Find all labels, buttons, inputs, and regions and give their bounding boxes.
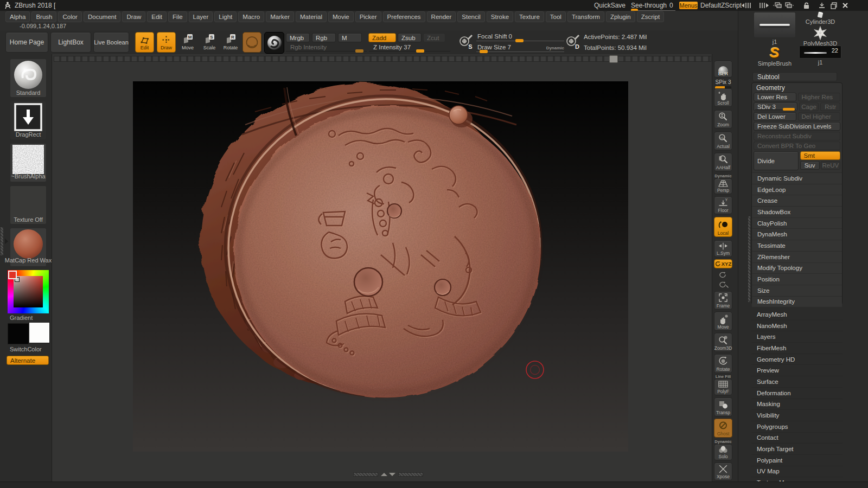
sdiv-handle[interactable] — [783, 108, 795, 111]
subsection-crease[interactable]: Crease — [752, 195, 842, 207]
subsection-dynamesh[interactable]: DynaMesh — [752, 229, 842, 240]
quicksave-button[interactable]: QuickSave — [594, 2, 626, 9]
left-tray-scrollbar[interactable] — [0, 227, 4, 256]
section-uv-map[interactable]: UV Map — [751, 466, 843, 478]
subsection-tessimate[interactable]: Tessimate — [752, 240, 842, 252]
m-button[interactable]: M — [338, 33, 362, 42]
subsection-zremesher[interactable]: ZRemesher — [752, 252, 842, 263]
bottom-divider-grip-left[interactable] — [353, 472, 378, 477]
material-picker[interactable]: MatCap Red Wax — [10, 228, 47, 267]
draw-mode-button[interactable]: Draw — [157, 32, 176, 53]
shelf-move-button[interactable]: Move — [714, 312, 732, 331]
suv-toggle[interactable]: Suv — [800, 161, 820, 170]
menu-tool[interactable]: Tool — [546, 11, 566, 22]
shelf-xyz-button[interactable]: XYZ — [714, 259, 732, 268]
lower-res-button[interactable]: Lower Res — [754, 93, 796, 101]
home-page-button[interactable]: Home Page — [5, 32, 48, 53]
shelf-transp-button[interactable]: Transp — [714, 397, 732, 416]
shelf-bpr-button[interactable]: BPR — [714, 61, 732, 78]
polymesh-quick-thumb[interactable] — [799, 26, 841, 40]
del-lower-button[interactable]: Del Lower — [754, 112, 796, 121]
live-boolean-button[interactable]: Live Boolean — [93, 32, 129, 53]
menu-stencil[interactable]: Stencil — [457, 11, 485, 22]
menu-material[interactable]: Material — [296, 11, 327, 22]
shelf-xpose-button[interactable]: Xpose — [714, 463, 732, 480]
shelf-rotate-y-button[interactable] — [717, 270, 730, 279]
scale-mode-button[interactable]: S Scale — [201, 33, 218, 53]
color-sv-square[interactable] — [14, 276, 43, 307]
switchcolor-label[interactable]: SwitchColor — [8, 346, 51, 352]
menu-render[interactable]: Render — [427, 11, 456, 22]
geometry-section-header[interactable]: Geometry — [752, 83, 842, 92]
close-icon[interactable] — [842, 2, 848, 9]
divider-collapse-up-icon[interactable] — [381, 473, 387, 476]
menu-brush[interactable]: Brush — [31, 11, 56, 22]
left-tray-collapse-arrow[interactable] — [5, 239, 8, 244]
rgb-button[interactable]: Rgb — [312, 33, 336, 42]
section-geometry-hd[interactable]: Geometry HD — [751, 354, 843, 365]
defaultzscript-button[interactable]: DefaultZScript — [700, 2, 742, 9]
menu-draw[interactable]: Draw — [122, 11, 145, 22]
rgb-intensity-handle[interactable] — [355, 49, 363, 53]
panel-arrange-left-icon[interactable] — [773, 2, 782, 9]
bottom-divider-grip-right[interactable] — [398, 472, 423, 477]
z-intensity-slider[interactable]: Z Intensity 37 — [369, 43, 450, 52]
document-canvas[interactable] — [133, 81, 628, 452]
edit-mode-button[interactable]: Edit — [135, 32, 154, 53]
dynamic-draw-d-icon[interactable]: D — [565, 34, 580, 51]
timeline-handle[interactable] — [609, 55, 618, 63]
switchcolor-white-swatch[interactable] — [29, 322, 50, 343]
move-mode-button[interactable]: M Move — [179, 33, 196, 53]
subsection-edgeloop[interactable]: EdgeLoop — [752, 184, 842, 196]
divider-left-icon[interactable] — [741, 2, 754, 9]
menu-macro[interactable]: Macro — [238, 11, 264, 22]
mrgb-button[interactable]: Mrgb — [286, 33, 310, 42]
color-picker[interactable] — [8, 270, 49, 313]
restore-icon[interactable] — [830, 2, 838, 9]
section-nanomesh[interactable]: NanoMesh — [751, 320, 843, 332]
brush-quick-thumb[interactable]: S — [754, 46, 796, 60]
menu-alpha[interactable]: Alpha — [5, 11, 30, 22]
alternate-button[interactable]: Alternate — [7, 356, 49, 365]
divide-button[interactable]: Divide — [754, 151, 799, 170]
menu-picker[interactable]: Picker — [355, 11, 381, 22]
focal-shift-s-icon[interactable]: S — [458, 34, 474, 51]
menus-button[interactable]: Menus — [679, 2, 698, 9]
panel-scrollbar[interactable] — [748, 216, 751, 303]
shelf-solo-button[interactable]: Solo — [714, 444, 732, 460]
section-visibility[interactable]: Visibility — [751, 410, 843, 421]
section-surface[interactable]: Surface — [751, 376, 843, 388]
shelf-scroll-button[interactable]: Scroll — [714, 88, 732, 107]
section-layers[interactable]: Layers — [751, 331, 843, 343]
panel-arrange-right-icon[interactable] — [784, 2, 794, 9]
freeze-subdivision-button[interactable]: Freeze SubDivision Levels — [754, 122, 840, 131]
shelf-local-button[interactable]: Local — [714, 217, 732, 237]
minimize-icon[interactable] — [818, 2, 826, 9]
divider-right-icon[interactable] — [756, 2, 769, 9]
menu-layer[interactable]: Layer — [189, 11, 213, 22]
section-fibermesh[interactable]: FiberMesh — [751, 343, 843, 354]
menu-color[interactable]: Color — [58, 11, 81, 22]
shelf-frame-button[interactable]: Frame — [714, 291, 732, 310]
shelf-floor-button[interactable]: Y Floor — [714, 196, 732, 214]
section-deformation[interactable]: Deformation — [751, 388, 843, 399]
subsection-modify-topology[interactable]: Modify Topology — [752, 263, 842, 274]
menu-movie[interactable]: Movie — [328, 11, 354, 22]
subsection-size[interactable]: Size — [752, 285, 842, 297]
section-morph-target[interactable]: Morph Target — [751, 444, 843, 455]
section-preview[interactable]: Preview — [751, 365, 843, 376]
alpha-picker[interactable]: ~BrushAlpha — [10, 143, 47, 182]
focal-shift-slider[interactable]: Focal Shift 0 — [476, 33, 564, 42]
primitive-quick-thumb[interactable] — [799, 11, 841, 18]
shelf-lsym-button[interactable]: L.Sym — [714, 240, 732, 257]
switchcolor-black-swatch[interactable] — [8, 323, 29, 344]
menu-zplugin[interactable]: Zplugin — [606, 11, 635, 22]
section-polygroups[interactable]: Polygroups — [751, 421, 843, 433]
sdiv-slider[interactable]: SDiv 3 — [754, 102, 797, 111]
section-contact[interactable]: Contact — [751, 433, 843, 444]
subsection-meshintegrity[interactable]: MeshIntegrity — [752, 297, 842, 307]
shelf-rotate-z-button[interactable] — [717, 280, 730, 288]
draw-size-handle[interactable] — [480, 50, 488, 53]
gradient-label[interactable]: Gradient — [8, 314, 51, 321]
shelf-zoom-button[interactable]: Zoom — [714, 110, 732, 129]
